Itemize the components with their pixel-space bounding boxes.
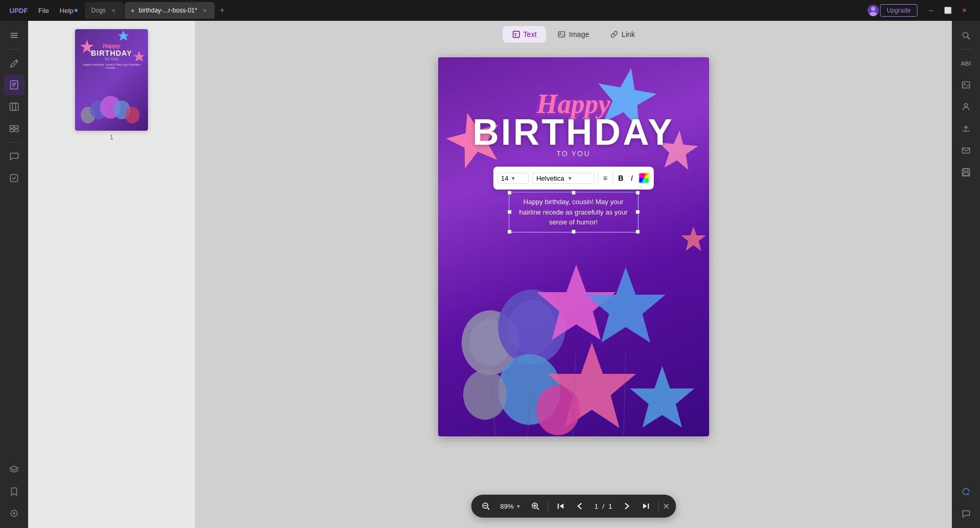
thumbnail-canvas: Happy BIRTHDAY TO YOU Happy birthday, co… — [75, 29, 148, 131]
maximize-button[interactable]: ⬜ — [940, 5, 955, 16]
right-save-icon[interactable] — [956, 162, 976, 183]
sidebar-icon-organize[interactable] — [4, 118, 24, 139]
right-sidebar: ABC — [952, 21, 980, 528]
svg-rect-60 — [962, 148, 970, 153]
first-page-button[interactable] — [553, 498, 569, 514]
sidebar-icon-bookmark[interactable] — [4, 481, 24, 502]
tab-add-button[interactable]: + — [216, 4, 228, 17]
toolbar-separator-2 — [613, 172, 613, 184]
sidebar-icon-reader[interactable] — [4, 74, 24, 95]
right-chat-icon[interactable] — [956, 503, 976, 524]
resize-handle-br[interactable] — [636, 230, 640, 234]
title-bar-controls: Upgrade ─ ⬜ ✕ — [867, 4, 976, 17]
text-box[interactable]: Happy birthday, cousin! May your hairlin… — [508, 192, 639, 233]
thumb-to-you-text: TO YOU — [105, 57, 119, 61]
svg-rect-62 — [964, 169, 968, 171]
text-tool-button[interactable]: T Text — [502, 26, 546, 43]
logo-text: UPDF — [9, 7, 28, 15]
right-upload-icon[interactable] — [956, 118, 976, 139]
zoom-level-display: 89% ▼ — [496, 502, 525, 510]
right-sync-icon[interactable] — [956, 481, 976, 502]
sidebar-icon-pages[interactable] — [4, 96, 24, 117]
thumb-happy-text: Happy — [103, 43, 120, 49]
zoom-out-button[interactable] — [477, 498, 494, 514]
tabs-area: Dogs ✕ ● birthday-...r-boss-01* ✕ + — [83, 0, 867, 21]
resize-handle-lm[interactable] — [507, 210, 512, 214]
svg-rect-28 — [559, 32, 565, 37]
tab-active-icon: ● — [131, 7, 134, 14]
svg-point-1 — [870, 12, 877, 16]
link-tool-button[interactable]: Link — [601, 26, 644, 43]
last-page-button[interactable] — [637, 498, 654, 514]
resize-handle-tl[interactable] — [507, 191, 512, 195]
svg-point-17 — [13, 512, 15, 514]
doc-to-you-text: TO YOU — [556, 149, 590, 158]
thumbnail-panel: Happy BIRTHDAY TO YOU Happy birthday, co… — [28, 21, 195, 528]
right-abc-icon[interactable]: ABC — [956, 53, 976, 73]
right-mail-icon[interactable] — [956, 140, 976, 161]
svg-point-59 — [964, 104, 967, 107]
resize-handle-rm[interactable] — [636, 210, 640, 214]
sidebar-icon-comment[interactable] — [4, 146, 24, 167]
tab-birthday-close[interactable]: ✕ — [201, 7, 208, 14]
file-menu[interactable]: File — [33, 0, 54, 21]
tab-dogs[interactable]: Dogs ✕ — [85, 2, 123, 19]
close-button[interactable]: ✕ — [957, 5, 972, 16]
zoom-dropdown[interactable]: ▼ — [516, 504, 521, 509]
svg-rect-12 — [15, 125, 18, 128]
right-person-icon[interactable] — [956, 96, 976, 117]
canvas-area: T Text Image Link — [195, 21, 952, 528]
tab-dogs-close[interactable]: ✕ — [110, 7, 117, 14]
italic-button[interactable]: I — [629, 173, 635, 183]
font-family-selector[interactable]: Helvetica ▼ — [531, 173, 594, 184]
svg-marker-44 — [630, 366, 694, 428]
svg-rect-4 — [10, 33, 18, 34]
bottom-separator-1 — [548, 501, 549, 511]
zoom-in-button[interactable] — [527, 498, 544, 514]
svg-rect-3 — [10, 35, 18, 36]
left-sidebar — [0, 21, 28, 528]
prev-page-button[interactable] — [572, 498, 588, 514]
text-box-content: Happy birthday, cousin! May your hairlin… — [519, 198, 627, 226]
svg-point-42 — [463, 370, 507, 420]
thumbnail-page-1[interactable]: Happy BIRTHDAY TO YOU Happy birthday, co… — [75, 29, 148, 141]
upgrade-button[interactable]: Upgrade — [880, 4, 917, 17]
sidebar-icon-sticker[interactable] — [4, 168, 24, 188]
image-tool-button[interactable]: Image — [548, 26, 599, 43]
text-align-button[interactable]: ≡ — [601, 173, 609, 183]
svg-rect-8 — [12, 86, 15, 87]
svg-text:T: T — [514, 32, 517, 37]
title-bar: UPDF File Help Dogs ✕ ● birthday-...r-bo… — [0, 0, 980, 21]
resize-handle-tm[interactable] — [572, 191, 576, 195]
resize-handle-bm[interactable] — [572, 230, 576, 234]
bold-button[interactable]: B — [616, 173, 626, 183]
sidebar-icon-home[interactable] — [4, 25, 24, 46]
bottom-separator-2 — [658, 501, 659, 511]
next-page-button[interactable] — [618, 498, 635, 514]
text-color-button[interactable] — [638, 172, 650, 184]
right-search-icon[interactable] — [956, 25, 976, 46]
svg-rect-7 — [12, 84, 16, 85]
svg-point-25 — [125, 107, 140, 123]
resize-handle-tr[interactable] — [636, 191, 640, 195]
svg-rect-14 — [15, 129, 18, 132]
font-size-selector[interactable]: 14 ▼ — [497, 173, 528, 184]
right-image-icon[interactable] — [956, 74, 976, 95]
sidebar-icon-layers[interactable] — [4, 459, 24, 480]
user-avatar — [867, 5, 879, 16]
bottom-navigation-toolbar: 89% ▼ 1 / 1 — [471, 495, 676, 518]
svg-rect-63 — [963, 173, 969, 175]
tab-birthday[interactable]: ● birthday-...r-boss-01* ✕ — [125, 2, 215, 19]
svg-point-37 — [508, 300, 556, 354]
font-size-chevron: ▼ — [511, 175, 516, 181]
app-logo: UPDF — [4, 7, 33, 15]
svg-rect-57 — [962, 82, 970, 88]
sidebar-icon-edit[interactable] — [4, 53, 24, 73]
toolbar-close-button[interactable]: ✕ — [663, 501, 669, 511]
help-menu[interactable]: Help — [54, 0, 83, 21]
sidebar-icon-pen[interactable] — [4, 503, 24, 524]
minimize-button[interactable]: ─ — [924, 5, 938, 16]
svg-line-47 — [488, 508, 489, 509]
resize-handle-bl[interactable] — [507, 230, 512, 234]
thumbnail-preview: Happy BIRTHDAY TO YOU Happy birthday, co… — [75, 29, 148, 131]
